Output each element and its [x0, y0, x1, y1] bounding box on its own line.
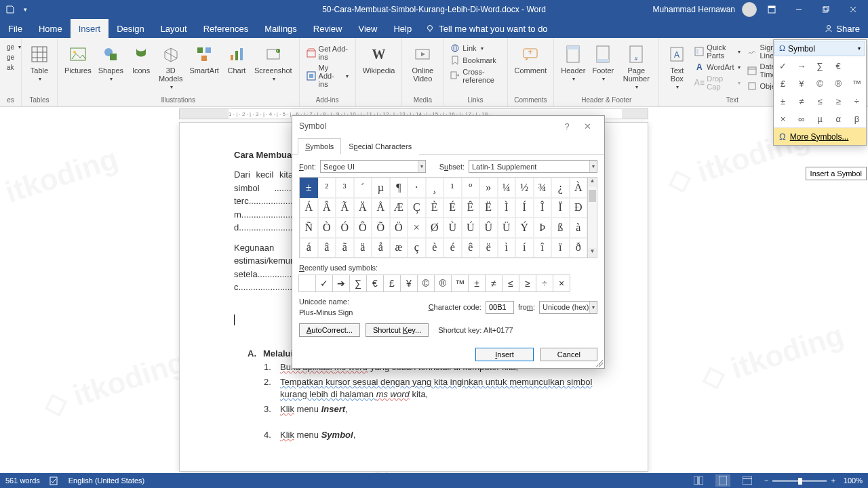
char-cell[interactable]: Î: [534, 198, 552, 218]
char-cell[interactable]: Æ: [390, 198, 408, 218]
zoom-value[interactable]: 100%: [844, 476, 863, 485]
char-cell[interactable]: Û: [479, 218, 498, 238]
recent-symbol-cell[interactable]: ÷: [536, 274, 553, 292]
char-cell[interactable]: Ë: [479, 198, 498, 218]
sym-geq[interactable]: ≥: [829, 92, 848, 110]
link-button[interactable]: Link ▾: [448, 42, 502, 54]
char-cell[interactable]: Ù: [443, 218, 462, 238]
word-count[interactable]: 561 words: [5, 476, 40, 485]
char-cell[interactable]: ¶: [390, 178, 408, 198]
more-symbols-button[interactable]: ΩMore Symbols...: [774, 127, 866, 145]
tab-design[interactable]: Design: [108, 19, 152, 38]
sym-reg[interactable]: ®: [829, 75, 848, 92]
sym-yen[interactable]: ¥: [792, 75, 810, 92]
textbox-button[interactable]: AText Box▾: [663, 42, 690, 92]
sym-mul[interactable]: ×: [774, 110, 792, 127]
char-cell[interactable]: ½: [515, 178, 534, 198]
recent-symbol-cell[interactable]: ¥: [400, 274, 418, 292]
char-cell[interactable]: ä: [354, 238, 372, 258]
char-cell[interactable]: ¼: [498, 178, 516, 198]
autocorrect-button[interactable]: AutoCorrect...: [299, 323, 360, 337]
sym-div[interactable]: ÷: [848, 92, 866, 110]
char-cell[interactable]: ¾: [534, 178, 552, 198]
char-cell[interactable]: Ú: [462, 218, 480, 238]
sym-neq[interactable]: ≠: [792, 92, 810, 110]
dialog-titlebar[interactable]: Symbol ? ✕: [292, 116, 604, 136]
tab-references[interactable]: References: [195, 19, 256, 38]
font-select[interactable]: Segoe UI▾: [320, 160, 426, 173]
user-avatar[interactable]: [742, 2, 757, 17]
char-cell[interactable]: ±: [300, 178, 318, 198]
sym-euro[interactable]: €: [829, 57, 848, 75]
sym-copy[interactable]: ©: [810, 75, 829, 92]
char-cell[interactable]: Ä: [354, 198, 372, 218]
sym-mu[interactable]: µ: [810, 110, 829, 127]
recent-symbol-cell[interactable]: ®: [434, 274, 452, 292]
char-cell[interactable]: À: [570, 178, 588, 198]
char-cell[interactable]: ç: [408, 238, 426, 258]
table-button[interactable]: Table▾: [26, 42, 53, 83]
quickparts-button[interactable]: Quick Parts ▾: [692, 42, 743, 61]
sym-leq[interactable]: ≤: [810, 92, 829, 110]
comment-button[interactable]: +Comment: [512, 42, 550, 76]
sym-beta[interactable]: β: [848, 110, 866, 127]
get-addins-button[interactable]: Get Add-ins: [304, 43, 351, 62]
ribbon-options-button[interactable]: [760, 0, 784, 19]
char-cell[interactable]: Ó: [336, 218, 354, 238]
crossref-button[interactable]: Cross-reference: [448, 66, 502, 85]
char-cell[interactable]: Ý: [515, 218, 534, 238]
header-button[interactable]: Header▾: [558, 42, 588, 83]
char-cell[interactable]: µ: [372, 178, 390, 198]
char-table-scrollbar[interactable]: ▲▼: [587, 178, 597, 258]
recent-symbol-cell[interactable]: [298, 274, 316, 292]
char-cell[interactable]: î: [534, 238, 552, 258]
pictures-button[interactable]: Pictures: [62, 42, 94, 76]
sym-pound[interactable]: £: [774, 75, 792, 92]
tab-mailings[interactable]: Mailings: [256, 19, 305, 38]
char-cell[interactable]: ×: [408, 218, 426, 238]
char-cell[interactable]: Â: [318, 198, 336, 218]
char-cell[interactable]: Ì: [498, 198, 516, 218]
resize-grip[interactable]: [596, 360, 603, 367]
sym-inf[interactable]: ∞: [792, 110, 810, 127]
sym-alpha[interactable]: α: [829, 110, 848, 127]
char-cell[interactable]: ð: [570, 238, 588, 258]
char-cell[interactable]: Ç: [408, 198, 426, 218]
char-cell[interactable]: Þ: [534, 218, 552, 238]
char-cell[interactable]: Ñ: [300, 218, 318, 238]
recent-symbol-cell[interactable]: £: [383, 274, 401, 292]
wordart-button[interactable]: AWordArt ▾: [692, 61, 743, 73]
recent-symbol-cell[interactable]: ➔: [332, 274, 350, 292]
dialog-help-button[interactable]: ?: [557, 121, 577, 131]
page-break-button[interactable]: ak: [4, 62, 24, 73]
3d-models-button[interactable]: 3D Models▾: [156, 42, 185, 92]
recent-symbol-cell[interactable]: ×: [553, 274, 570, 292]
char-cell[interactable]: é: [443, 238, 462, 258]
zoom-out-button[interactable]: −: [764, 476, 768, 485]
char-cell[interactable]: Ï: [551, 198, 570, 218]
symbol-dropdown-header[interactable]: ΩSymbol▾: [774, 41, 865, 56]
read-mode-button[interactable]: [691, 474, 706, 487]
tell-me-search[interactable]: Tell me what you want to do: [425, 19, 547, 38]
char-cell[interactable]: ã: [336, 238, 354, 258]
char-cell[interactable]: ´: [354, 178, 372, 198]
close-button[interactable]: [841, 0, 865, 19]
char-cell[interactable]: æ: [390, 238, 408, 258]
footer-button[interactable]: Footer▾: [589, 42, 616, 83]
char-cell[interactable]: ¸: [426, 178, 444, 198]
cancel-button[interactable]: Cancel: [540, 348, 597, 361]
recent-symbol-cell[interactable]: ∑: [349, 274, 367, 292]
char-cell[interactable]: ²: [318, 178, 336, 198]
zoom-control[interactable]: − + 100%: [764, 476, 863, 485]
charcode-input[interactable]: [486, 301, 514, 314]
sym-pm[interactable]: ±: [774, 92, 792, 110]
char-cell[interactable]: Ò: [318, 218, 336, 238]
char-cell[interactable]: å: [372, 238, 390, 258]
recent-symbol-cell[interactable]: ≠: [485, 274, 502, 292]
char-cell[interactable]: Í: [515, 198, 534, 218]
recent-symbol-cell[interactable]: ✓: [315, 274, 333, 292]
maximize-button[interactable]: [814, 0, 838, 19]
char-cell[interactable]: ë: [479, 238, 498, 258]
char-cell[interactable]: è: [426, 238, 444, 258]
char-cell[interactable]: ï: [551, 238, 570, 258]
